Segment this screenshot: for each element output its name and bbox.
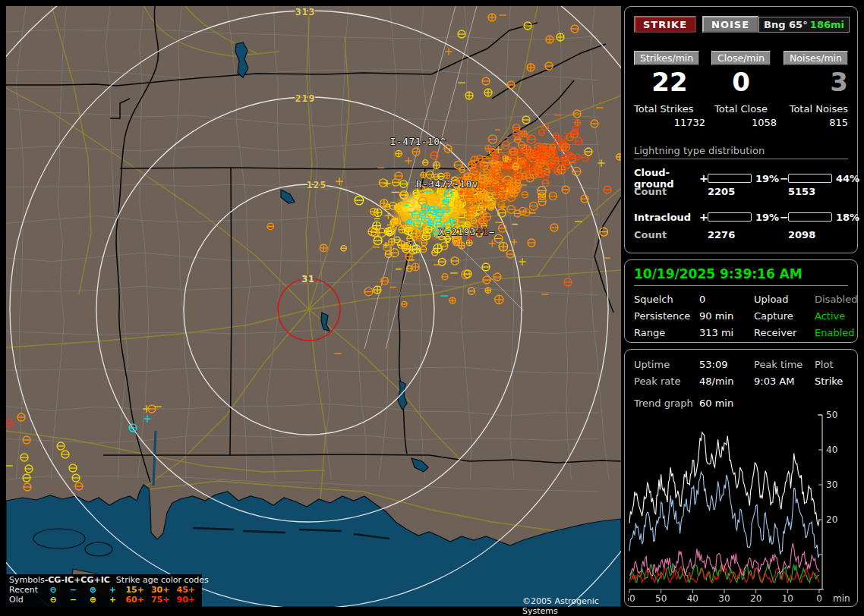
status-panel: 10/19/2025 9:39:16 AM Squelch 0 Upload D…: [624, 259, 858, 343]
legend-col-pcg: +CG: [74, 575, 93, 586]
ic-plus-bar: [708, 212, 752, 222]
trend-xtick: 50: [655, 593, 667, 604]
trend-ytick: 50: [826, 410, 837, 420]
ring-label-219: 219: [295, 93, 315, 104]
storm-cell-label: I-471-10^: [390, 137, 446, 147]
plot-value: Strike: [815, 376, 848, 387]
legend-col-pic: +IC: [93, 575, 109, 586]
trend-chart: 504030206050403020100min: [628, 407, 856, 606]
nexstorm-app: 31125219313I-471-10^B-3472-10vX-2193+1− …: [0, 0, 864, 616]
trend-xtick: 40: [687, 593, 698, 604]
map-symbol-legend: Symbols -CG -IC +CG +IC Strike age color…: [6, 574, 202, 607]
ring-label-313: 313: [295, 6, 315, 17]
ring-label-31: 31: [301, 273, 315, 284]
legend-glyph: −: [63, 595, 83, 605]
total-noises-value: 815: [777, 117, 848, 128]
total-strikes-value: 11732: [634, 117, 705, 128]
cg-minus-count: 5153: [788, 186, 864, 198]
cg-plus-bar: [708, 174, 752, 183]
ic-plus-count: 2276: [708, 229, 780, 241]
noise-button[interactable]: NOISE: [702, 16, 758, 33]
plus-sign: +: [699, 211, 708, 223]
distribution-title: Lightning type distribution: [634, 145, 848, 159]
legend-row-old: Old⊖−⊕+60+75+90+: [9, 595, 199, 605]
range-label: Range: [634, 327, 699, 338]
legend-glyph: −: [63, 585, 83, 596]
info-grid: Uptime 53:09 Peak time Plot Peak rate 48…: [634, 359, 848, 387]
capture-status: Active: [815, 310, 857, 322]
strikes-per-min-value: 22: [634, 67, 705, 97]
intracloud-row: Intracloud + 19% − 18%: [634, 210, 851, 224]
close-per-min-value: 0: [705, 67, 777, 97]
legend-col-ncg: -CG: [45, 575, 61, 586]
legend-row-label: Recent: [9, 585, 43, 596]
trend-series-Total strikes/min: [629, 432, 819, 526]
close-per-min-chip[interactable]: Close/min: [711, 51, 771, 65]
persistence-value: 90 min: [699, 310, 754, 322]
squelch-label: Squelch: [634, 294, 699, 305]
receiver-label: Receiver: [754, 327, 815, 338]
ic-minus-bar: [788, 212, 832, 222]
noises-per-min-chip[interactable]: Noises/min: [784, 51, 848, 65]
trend-xtick: 60: [628, 593, 635, 604]
cloud-ground-row: Cloud-ground + 19% − 44%: [634, 167, 851, 181]
upload-status: Disabled: [815, 294, 857, 305]
legend-glyph: ⊕: [83, 595, 102, 605]
trend-ytick: 30: [826, 479, 837, 490]
plot-label: Plot: [815, 359, 848, 370]
legend-age-header: Strike age color codes: [110, 575, 209, 586]
plus-sign: +: [699, 172, 708, 184]
peak-rate-label: Peak rate: [634, 376, 699, 387]
legend-glyph: ⊕: [83, 585, 102, 596]
legend-age-code: 45+: [173, 585, 199, 596]
trend-xtick: 20: [750, 593, 762, 604]
legend-age-code: 15+: [122, 585, 148, 596]
legend-glyph: +: [102, 585, 122, 596]
copyright-text: ©2005 Astrogenic Systems: [522, 596, 621, 616]
cg-minus-bar: [788, 174, 832, 183]
total-close-value: 1058: [705, 117, 777, 128]
storm-cell-label: B-3472-10v: [416, 179, 478, 190]
strike-button[interactable]: STRIKE: [634, 16, 696, 33]
intracloud-count-row: Count 2276 2098: [634, 229, 851, 241]
intracloud-label: Intracloud: [634, 212, 699, 223]
total-strikes-label: Total Strikes: [634, 103, 705, 115]
ic-minus-count: 2098: [788, 229, 864, 241]
trend-ytick: 20: [826, 514, 837, 525]
ic-plus-pct: 19%: [752, 212, 780, 223]
uptime-value: 53:09: [699, 359, 754, 370]
persistence-label: Persistence: [634, 310, 699, 322]
upload-label: Upload: [754, 294, 815, 305]
uptime-label: Uptime: [634, 359, 699, 370]
legend-age-code: 75+: [148, 595, 174, 605]
peak-time-label: Peak time: [754, 359, 815, 370]
legend-age-code: 30+: [148, 585, 174, 596]
trend-xtick: 10: [782, 593, 793, 604]
cloud-ground-count-row: Count 2205 5153: [634, 186, 851, 198]
legend-row-label: Old: [9, 595, 43, 605]
minus-sign: −: [780, 172, 788, 184]
peak-time-value: 9:03 AM: [754, 376, 815, 387]
map-canvas: 31125219313I-471-10^B-3472-10vX-2193+1−: [6, 6, 621, 607]
lightning-map[interactable]: 31125219313I-471-10^B-3472-10vX-2193+1− …: [6, 6, 621, 607]
strikes-per-min-chip[interactable]: Strikes/min: [634, 51, 699, 65]
trend-xtick: 0: [816, 593, 822, 604]
cg-plus-pct: 19%: [752, 173, 780, 184]
count-label: Count: [634, 229, 699, 241]
legend-age-code: 60+: [122, 595, 148, 605]
strike-stats-panel: STRIKE NOISE Bng 65° 186mi Strikes/min 2…: [624, 6, 858, 253]
status-grid: Squelch 0 Upload Disabled Persistence 90…: [634, 294, 848, 338]
bearing-readout: Bng 65° 186mi: [758, 17, 850, 33]
legend-glyph: ⊖: [43, 595, 63, 605]
bearing-label: Bng 65°: [764, 19, 808, 30]
cg-plus-count: 2205: [708, 186, 780, 198]
trend-x-unit: min: [833, 593, 850, 604]
receiver-status: Enabled: [815, 327, 857, 338]
datetime-display: 10/19/2025 9:39:16 AM: [634, 266, 848, 286]
legend-glyph: ⊖: [43, 585, 63, 596]
noises-per-min-value: 3: [777, 67, 848, 97]
storm-cell-label: X-2193+1−: [439, 227, 495, 237]
minus-sign: −: [780, 211, 788, 223]
range-value: 313 mi: [699, 327, 754, 338]
legend-glyph: +: [102, 595, 122, 605]
